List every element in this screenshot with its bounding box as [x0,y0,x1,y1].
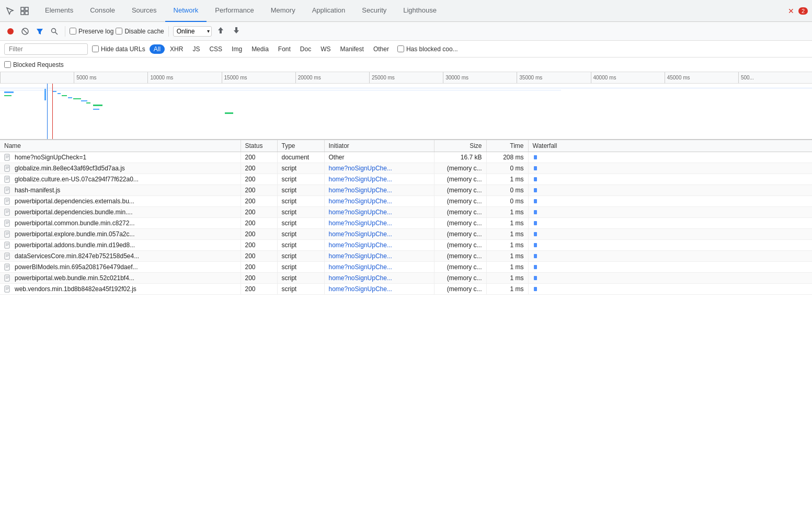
filter-js[interactable]: JS [188,44,204,54]
row-filename[interactable]: globalize.min.8e8ec43af69cf3d5d7aa.js [15,165,125,172]
filter-all[interactable]: All [150,44,165,54]
cell-initiator[interactable]: home?noSignUpChe... [324,240,434,251]
row-filename[interactable]: web.vendors.min.1bd8b8482ea45f192f02.js [15,285,136,293]
cell-initiator[interactable]: home?noSignUpChe... [324,174,434,185]
inspector-icon[interactable] [19,5,30,17]
tab-performance[interactable]: Performance [207,0,262,22]
row-filename[interactable]: powerbiportal.dependencies.externals.bu.… [15,198,134,205]
filter-xhr[interactable]: XHR [166,44,187,54]
hide-data-urls-checkbox[interactable] [92,45,99,52]
initiator-link[interactable]: home?noSignUpChe... [329,198,392,205]
table-row[interactable]: powerbiportal.dependencies.bundle.min...… [0,207,812,218]
row-filename[interactable]: dataServicesCore.min.8247eb752158d5e4... [15,252,139,260]
network-table-container[interactable]: Name Status Type Initiator Size Time Wat… [0,140,812,519]
table-row[interactable]: web.vendors.min.1bd8b8482ea45f192f02.js2… [0,284,812,295]
cell-initiator[interactable]: home?noSignUpChe... [324,207,434,218]
filter-css[interactable]: CSS [205,44,226,54]
filter-manifest[interactable]: Manifest [336,44,368,54]
cell-initiator[interactable]: home?noSignUpChe... [324,163,434,174]
table-row[interactable]: powerbiportal.web.bundle.min.52c021bf4..… [0,273,812,284]
initiator-link[interactable]: home?noSignUpChe... [329,241,392,249]
header-time[interactable]: Time [486,140,528,152]
header-size[interactable]: Size [434,140,486,152]
initiator-link[interactable]: home?noSignUpChe... [329,187,392,194]
table-row[interactable]: powerbiportal.common.bundle.min.c8272...… [0,218,812,229]
disable-cache-checkbox-label[interactable]: Disable cache [116,28,164,35]
filter-media[interactable]: Media [247,44,273,54]
header-waterfall[interactable]: Waterfall [528,140,812,152]
preserve-log-checkbox-label[interactable]: Preserve log [70,28,113,35]
record-button[interactable] [4,25,17,38]
cell-initiator[interactable]: home?noSignUpChe... [324,185,434,196]
initiator-link[interactable]: home?noSignUpChe... [329,165,392,172]
row-filename[interactable]: powerbiportal.web.bundle.min.52c021bf4..… [15,274,134,282]
cell-initiator[interactable]: home?noSignUpChe... [324,196,434,207]
initiator-link[interactable]: home?noSignUpChe... [329,252,392,260]
initiator-link[interactable]: home?noSignUpChe... [329,285,392,293]
row-filename[interactable]: powerBIModels.min.695a208176e479daef... [15,263,138,271]
table-row[interactable]: powerBIModels.min.695a208176e479daef...2… [0,262,812,273]
row-filename[interactable]: hash-manifest.js [15,187,60,194]
tab-console[interactable]: Console [82,0,123,22]
row-filename[interactable]: powerbiportal.common.bundle.min.c8272... [15,220,134,227]
cell-initiator[interactable]: home?noSignUpChe... [324,229,434,240]
row-filename[interactable]: powerbiportal.dependencies.bundle.min...… [15,209,132,216]
header-status[interactable]: Status [241,140,277,152]
table-row[interactable]: powerbiportal.addons.bundle.min.d19ed8..… [0,240,812,251]
filter-doc[interactable]: Doc [296,44,315,54]
table-row[interactable]: hash-manifest.js200scripthome?noSignUpCh… [0,185,812,196]
table-row[interactable]: powerbiportal.dependencies.externals.bu.… [0,196,812,207]
cursor-icon[interactable] [4,5,16,17]
cell-initiator[interactable]: home?noSignUpChe... [324,284,434,295]
disable-cache-checkbox[interactable] [116,28,122,34]
filter-input[interactable] [4,43,88,55]
search-button[interactable] [48,25,61,38]
filter-font[interactable]: Font [274,44,295,54]
tab-network[interactable]: Network [165,0,207,22]
tab-sources[interactable]: Sources [123,0,165,22]
table-row[interactable]: dataServicesCore.min.8247eb752158d5e4...… [0,251,812,262]
tab-lighthouse[interactable]: Lighthouse [395,0,445,22]
tab-memory[interactable]: Memory [262,0,304,22]
error-indicator[interactable]: ✕ 2 [788,7,808,15]
filter-ws[interactable]: WS [316,44,335,54]
header-type[interactable]: Type [277,140,324,152]
preserve-log-checkbox[interactable] [70,28,76,34]
initiator-link[interactable]: home?noSignUpChe... [329,274,392,282]
download-button[interactable] [230,26,243,37]
network-throttle-wrapper[interactable]: Online Fast 3G Slow 3G Offline [173,26,212,37]
initiator-link[interactable]: home?noSignUpChe... [329,230,392,238]
row-filename[interactable]: powerbiportal.addons.bundle.min.d19ed8..… [15,241,135,249]
filter-button[interactable] [33,25,46,38]
clear-button[interactable] [19,25,31,38]
row-filename[interactable]: home?noSignUpCheck=1 [15,154,86,161]
table-row[interactable]: globalize.culture.en-US.07ca294f77f622a0… [0,174,812,185]
row-filename[interactable]: globalize.culture.en-US.07ca294f77f622a0… [15,176,139,183]
cell-initiator[interactable]: home?noSignUpChe... [324,273,434,284]
table-row[interactable]: powerbiportal.explore.bundle.min.057a2c.… [0,229,812,240]
tab-application[interactable]: Application [304,0,354,22]
has-blocked-label[interactable]: Has blocked coo... [397,45,458,53]
cell-initiator[interactable]: home?noSignUpChe... [324,262,434,273]
cell-initiator[interactable]: home?noSignUpChe... [324,251,434,262]
table-row[interactable]: home?noSignUpCheck=1200documentOther16.7… [0,152,812,163]
initiator-link[interactable]: home?noSignUpChe... [329,176,392,183]
cell-initiator[interactable]: home?noSignUpChe... [324,218,434,229]
row-filename[interactable]: powerbiportal.explore.bundle.min.057a2c.… [15,230,134,238]
filter-img[interactable]: Img [227,44,246,54]
header-initiator[interactable]: Initiator [324,140,434,152]
network-throttle-select[interactable]: Online Fast 3G Slow 3G Offline [173,26,212,37]
initiator-link[interactable]: home?noSignUpChe... [329,263,392,271]
hide-data-urls-label[interactable]: Hide data URLs [92,45,145,53]
table-row[interactable]: globalize.min.8e8ec43af69cf3d5d7aa.js200… [0,163,812,174]
header-name[interactable]: Name [0,140,241,152]
filter-other[interactable]: Other [369,44,393,54]
blocked-requests-checkbox[interactable] [4,61,11,68]
upload-button[interactable] [214,26,227,37]
initiator-link[interactable]: home?noSignUpChe... [329,209,392,216]
tab-elements[interactable]: Elements [37,0,82,22]
initiator-link[interactable]: home?noSignUpChe... [329,220,392,227]
has-blocked-checkbox[interactable] [397,45,404,52]
tab-security[interactable]: Security [353,0,395,22]
blocked-requests-label[interactable]: Blocked Requests [4,61,64,68]
